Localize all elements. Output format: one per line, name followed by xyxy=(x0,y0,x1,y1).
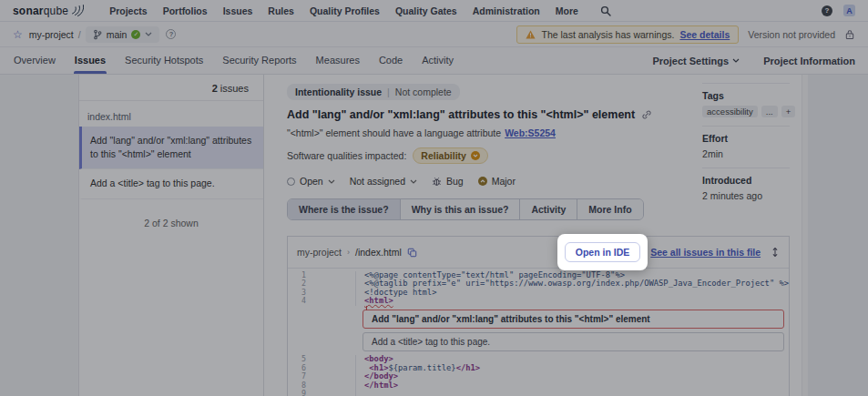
detail-tab-activity[interactable]: Activity xyxy=(520,199,577,219)
nav-item-quality-profiles[interactable]: Quality Profiles xyxy=(310,5,380,16)
content-area: 2 issues index.html Add "lang" and/or "x… xyxy=(0,75,868,396)
tab-security-reports[interactable]: Security Reports xyxy=(221,47,297,74)
line-number: 7 xyxy=(288,372,356,381)
see-all-issues-link[interactable]: See all issues in this file xyxy=(650,247,761,258)
tab-issues[interactable]: Issues xyxy=(74,47,107,74)
code-line[interactable]: 6 <h1>${param.title}</h1> xyxy=(288,364,789,372)
sonar-waves-icon xyxy=(71,5,84,16)
clean-code-attribute-pill[interactable]: Intentionality issue | Not complete xyxy=(287,84,460,100)
line-number: 3 xyxy=(288,289,356,297)
line-number: 6 xyxy=(288,364,356,372)
project-information-button[interactable]: Project Information xyxy=(763,56,855,66)
sonarqube-logo[interactable]: sonarqube xyxy=(13,5,84,17)
issues-list-panel: 2 issues index.html Add "lang" and/or "x… xyxy=(79,75,264,396)
chevron-down-icon xyxy=(410,179,417,184)
tab-activity[interactable]: Activity xyxy=(421,47,454,74)
bug-icon xyxy=(432,177,442,187)
chevron-down-icon xyxy=(145,32,152,36)
line-number: 1 xyxy=(288,271,356,279)
quality-gate-pass-icon: ✓ xyxy=(131,30,140,39)
breadcrumb-project[interactable]: my-project xyxy=(29,29,74,40)
search-button[interactable] xyxy=(600,5,611,16)
issue-list-item[interactable]: Add "lang" and/or "xml:lang" attributes … xyxy=(79,127,263,169)
tag-accessibility[interactable]: accessibility xyxy=(702,106,758,117)
search-icon xyxy=(600,5,611,16)
code-line[interactable]: 7</body> xyxy=(288,372,789,381)
permalink-icon[interactable] xyxy=(641,109,652,120)
nav-item-quality-gates[interactable]: Quality Gates xyxy=(395,5,457,16)
breadcrumb-file-name[interactable]: /index.html xyxy=(355,247,402,258)
project-settings-menu[interactable]: Project Settings xyxy=(652,56,740,66)
copy-path-icon[interactable] xyxy=(407,248,417,258)
assignee-dropdown[interactable]: Not assigned xyxy=(350,176,417,187)
code-line[interactable]: 9 xyxy=(288,390,789,396)
tab-overview[interactable]: Overview xyxy=(13,47,56,74)
nav-item-issues[interactable]: Issues xyxy=(223,5,253,16)
nav-item-rules[interactable]: Rules xyxy=(268,5,294,16)
branch-help-icon[interactable]: ? xyxy=(166,29,176,39)
breadcrumb-project-name[interactable]: my-project xyxy=(297,247,342,258)
nav-item-more[interactable]: More xyxy=(556,5,578,16)
major-severity-icon xyxy=(478,177,487,186)
issue-severity: Major xyxy=(478,176,516,187)
code-body: 1<%@page contentType="text/html" pageEnc… xyxy=(288,269,789,396)
inline-issue-selected[interactable]: Add "lang" and/or "xml:lang" attributes … xyxy=(363,310,784,329)
top-nav: sonarqube ProjectsPortfoliosIssuesRulesQ… xyxy=(0,0,868,22)
introduced-section: Introduced 2 minutes ago xyxy=(702,175,790,209)
code-line[interactable]: 8</html> xyxy=(288,381,789,390)
project-header-right: The last analysis has warnings. See deta… xyxy=(516,25,855,44)
detail-tab-more-info[interactable]: More Info xyxy=(577,199,642,219)
rule-key-link[interactable]: Web:S5254 xyxy=(505,127,556,138)
project-tabs: OverviewIssuesSecurity HotspotsSecurity … xyxy=(13,47,472,74)
project-tabbar: OverviewIssuesSecurity HotspotsSecurity … xyxy=(0,47,868,75)
scrollbar-gutter[interactable] xyxy=(802,75,808,396)
favorite-star-icon[interactable]: ☆ xyxy=(13,29,23,40)
warning-text: The last analysis has warnings. xyxy=(541,29,674,40)
file-breadcrumb: my-project › /index.html xyxy=(297,247,417,258)
status-open-icon xyxy=(287,178,295,186)
see-details-link[interactable]: See details xyxy=(679,29,730,40)
nav-item-projects[interactable]: Projects xyxy=(109,5,147,16)
code-viewer-actions: Open in IDE See all issues in this file xyxy=(565,242,780,262)
line-number: 2 xyxy=(288,279,356,288)
add-tag-button[interactable]: + xyxy=(781,106,796,117)
tab-code[interactable]: Code xyxy=(378,47,403,74)
tabbar-right: Project Settings Project Information xyxy=(652,56,855,66)
code-line[interactable]: 5<body> xyxy=(288,355,789,363)
reliability-badge[interactable]: Reliability xyxy=(413,147,488,164)
file-group-label: index.html xyxy=(79,101,263,127)
help-icon[interactable]: ? xyxy=(822,5,832,16)
issue-details: Intentionality issue | Not complete Add … xyxy=(287,83,702,220)
nav-item-administration[interactable]: Administration xyxy=(473,5,540,16)
warning-triangle-icon xyxy=(526,30,536,39)
tab-security-hotspots[interactable]: Security Hotspots xyxy=(124,47,204,74)
introduced-value: 2 minutes ago xyxy=(702,190,790,201)
detail-tab-where-is-the-issue[interactable]: Where is the issue? xyxy=(288,199,401,219)
line-number: 9 xyxy=(288,390,356,396)
line-number: 5 xyxy=(288,355,356,363)
nav-item-portfolios[interactable]: Portfolios xyxy=(163,5,208,16)
code-line[interactable]: 4<html> xyxy=(288,297,789,305)
code-line[interactable]: 3<!doctype html> xyxy=(288,289,789,297)
code-line[interactable]: 2<%@taglib prefix="e" uri="https://www.o… xyxy=(288,279,789,288)
tab-measures[interactable]: Measures xyxy=(315,47,361,74)
expand-vertically-icon[interactable] xyxy=(771,247,780,258)
tags-overflow[interactable]: ... xyxy=(761,106,778,117)
user-avatar[interactable]: A xyxy=(843,5,855,16)
issue-list-item[interactable]: Add a <title> tag to this page. xyxy=(79,169,263,199)
breadcrumb-separator: / xyxy=(78,29,81,40)
status-dropdown[interactable]: Open xyxy=(287,176,335,187)
open-in-ide-button[interactable]: Open in IDE xyxy=(565,242,641,262)
lock-icon xyxy=(844,29,855,40)
line-number: 8 xyxy=(288,381,356,390)
introduced-label: Introduced xyxy=(702,175,790,186)
detail-tab-why-is-this-an-issue[interactable]: Why is this an issue? xyxy=(401,199,521,219)
branch-selector[interactable]: main ✓ xyxy=(86,26,160,43)
tags-label: Tags xyxy=(702,90,790,101)
inline-issue-secondary[interactable]: Add a <title> tag to this page. xyxy=(363,332,784,351)
topnav-right: ? A xyxy=(822,5,855,16)
qualities-label: Software qualities impacted: xyxy=(287,150,406,161)
effort-section: Effort 2min xyxy=(702,133,790,168)
software-qualities-row: Software qualities impacted: Reliability xyxy=(287,147,686,164)
main-nav: ProjectsPortfoliosIssuesRulesQuality Pro… xyxy=(109,5,578,16)
